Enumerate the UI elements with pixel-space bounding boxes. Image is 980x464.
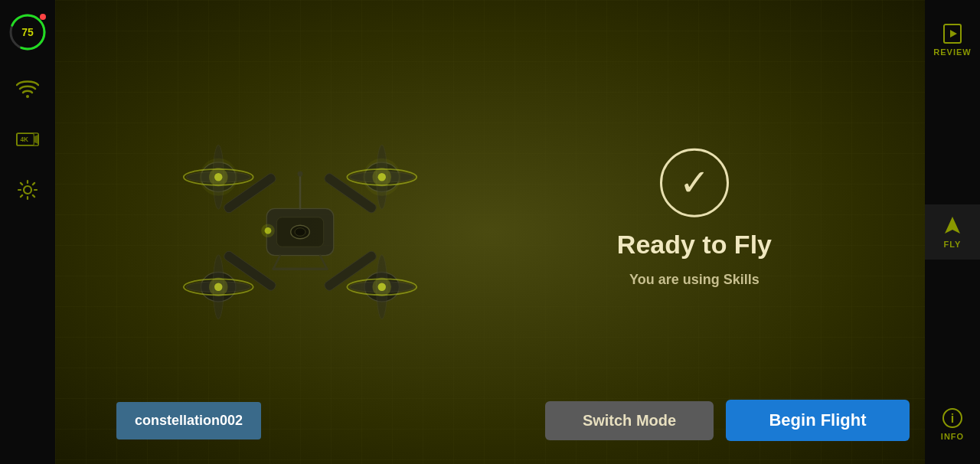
fly-label: FLY [944, 240, 962, 249]
left-sidebar: 75 4K [0, 0, 55, 464]
svg-point-11 [295, 228, 305, 237]
svg-marker-50 [950, 30, 957, 38]
svg-text:i: i [951, 412, 954, 425]
svg-marker-51 [945, 217, 960, 234]
sidebar-item-review[interactable]: REVIEW [925, 12, 980, 67]
check-circle: ✓ [660, 149, 729, 217]
ready-subtitle: You are using Skills [629, 272, 760, 288]
wifi-icon[interactable] [14, 75, 41, 103]
svg-text:4K: 4K [20, 136, 28, 143]
battery-indicator: 75 [8, 12, 47, 52]
sidebar-item-info[interactable]: i INFO [925, 397, 980, 452]
svg-point-35 [209, 278, 228, 297]
check-mark: ✓ [679, 165, 710, 201]
right-sidebar: REVIEW FLY i INFO [925, 0, 980, 464]
status-section: ✓ Ready to Fly You are using Skills [617, 149, 772, 288]
svg-point-29 [363, 158, 400, 196]
info-icon: i [942, 407, 963, 429]
svg-point-45 [261, 224, 275, 238]
main-content: ✓ Ready to Fly You are using Skills cons… [55, 0, 925, 464]
bottom-controls: constellation002 Switch Mode Begin Fligh… [116, 400, 910, 441]
settings-icon[interactable] [14, 176, 41, 204]
svg-point-43 [298, 171, 303, 176]
svg-line-46 [273, 256, 280, 270]
sidebar-item-fly[interactable]: FLY [925, 204, 980, 260]
svg-point-22 [200, 158, 237, 196]
begin-flight-button[interactable]: Begin Flight [726, 400, 910, 441]
battery-dot [40, 14, 46, 20]
svg-point-41 [373, 278, 392, 297]
4k-icon[interactable]: 4K [14, 126, 41, 153]
info-label: INFO [941, 432, 964, 441]
svg-line-47 [320, 256, 327, 270]
review-icon [942, 23, 963, 44]
drone-name-badge: constellation002 [116, 402, 261, 439]
svg-marker-5 [34, 135, 38, 144]
svg-point-7 [24, 186, 31, 194]
ready-title: Ready to Fly [617, 230, 772, 260]
switch-mode-button[interactable]: Switch Mode [545, 401, 714, 440]
review-label: REVIEW [933, 47, 971, 57]
drone-svg [139, 109, 461, 355]
fly-icon [942, 215, 963, 237]
drone-container [116, 94, 484, 370]
battery-value: 75 [21, 26, 34, 38]
svg-point-2 [26, 95, 29, 98]
